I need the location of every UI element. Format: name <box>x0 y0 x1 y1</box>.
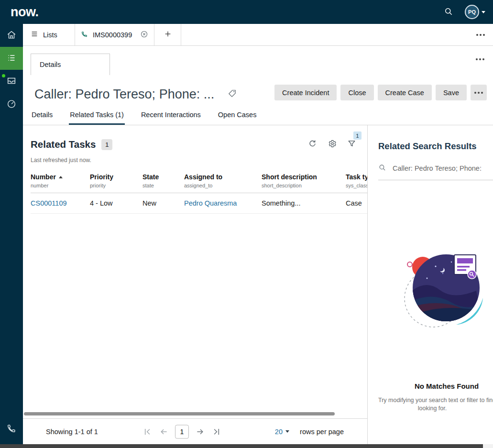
refresh-button[interactable] <box>304 136 320 153</box>
record-actions: Create Incident Close Create Case Save <box>274 85 487 100</box>
next-page-button[interactable] <box>195 426 205 437</box>
showing-text: Showing 1-1 of 1 <box>46 428 98 436</box>
column-header-short-description[interactable]: Short description short_description <box>262 173 346 188</box>
column-header-number[interactable]: Number number <box>31 173 90 188</box>
hamburger-icon <box>31 30 38 39</box>
tab-open-cases[interactable]: Open Cases <box>217 111 258 125</box>
table-footer: Showing 1-1 of 1 1 20 rows per page <box>23 418 367 444</box>
tab-bar-more-button[interactable] <box>468 24 493 45</box>
table-horizontal-scrollbar[interactable] <box>24 412 335 415</box>
last-page-button[interactable] <box>211 426 221 437</box>
related-tasks-section: Related Tasks 1 1 <box>23 125 367 418</box>
task-type-cell: Case <box>346 199 367 207</box>
presence-dot <box>2 74 5 77</box>
no-matches-title: No Matches Found <box>368 382 493 390</box>
chevron-down-icon <box>482 11 485 13</box>
sidebar-item-phone[interactable] <box>0 417 23 440</box>
workspace-tab-bar: Lists IMS0000399 <box>23 24 493 46</box>
tag-icon <box>228 89 237 99</box>
record-header: Details Caller: Pedro Tereso; Phone: ...… <box>23 46 493 125</box>
priority-cell: 4 - Low <box>90 199 142 207</box>
column-header-priority[interactable]: Priority priority <box>90 173 142 188</box>
refresh-icon <box>308 139 317 150</box>
related-tasks-table: Number number Priority priority State st… <box>31 173 367 214</box>
phone-icon <box>6 423 17 435</box>
lists-tab-label: Lists <box>43 31 57 39</box>
record-tab-label: IMS0000399 <box>93 31 132 39</box>
page-horizontal-scrollbar[interactable] <box>0 444 483 448</box>
filter-button[interactable]: 1 <box>343 136 360 153</box>
state-cell: New <box>142 199 184 207</box>
create-case-button[interactable]: Create Case <box>378 85 432 100</box>
filter-count-badge: 1 <box>353 131 362 140</box>
home-icon <box>6 30 17 42</box>
close-tab-button[interactable] <box>140 30 148 40</box>
search-query-text: Caller: Pedro Tereso; Phone: <box>393 164 482 172</box>
sort-asc-icon <box>59 176 63 178</box>
save-button[interactable]: Save <box>436 85 467 100</box>
avatar: PQ <box>465 5 479 19</box>
no-results-illustration <box>397 245 493 328</box>
table-row: CS0001109 4 - Low New Pedro Quaresma Som… <box>31 193 367 214</box>
create-incident-button[interactable]: Create Incident <box>274 85 337 100</box>
column-header-task-type[interactable]: Task ty sys_class <box>346 173 367 188</box>
search-icon <box>444 7 453 18</box>
record-number-link[interactable]: CS0001109 <box>31 199 67 207</box>
rows-per-page-label: rows per page <box>300 428 344 436</box>
sidebar-item-inbox[interactable] <box>0 70 23 93</box>
no-matches-hint: Try modifying your search text or filter… <box>368 396 493 413</box>
page-horizontal-scrollbar-track <box>0 444 493 448</box>
gear-icon <box>328 139 337 150</box>
pagination: 1 <box>142 425 221 438</box>
section-title: Related Tasks <box>31 139 96 150</box>
global-search-button[interactable] <box>444 7 453 18</box>
gauge-icon <box>6 98 17 110</box>
more-horizontal-icon <box>476 58 484 60</box>
servicenow-app: now. PQ <box>0 0 493 448</box>
column-header-assigned-to[interactable]: Assigned to assigned_to <box>184 173 262 188</box>
column-header-state[interactable]: State state <box>142 173 184 188</box>
add-tag-button[interactable] <box>228 89 237 99</box>
tab-details[interactable]: Details <box>31 111 54 125</box>
add-tab-button[interactable] <box>154 24 181 45</box>
last-refreshed-text: Last refreshed just now. <box>31 157 367 164</box>
close-icon <box>140 30 148 40</box>
assigned-to-link[interactable]: Pedro Quaresma <box>184 199 237 207</box>
related-search-title: Related Search Results <box>378 141 493 152</box>
related-search-input[interactable]: Caller: Pedro Tereso; Phone: <box>378 164 493 180</box>
now-logo[interactable]: now. <box>11 5 39 20</box>
top-header-bar: now. PQ <box>0 0 493 24</box>
tab-recent-interactions[interactable]: Recent Interactions <box>140 111 202 125</box>
short-description-cell: Something... <box>262 199 346 207</box>
record-tabs: Details Related Tasks (1) Recent Interac… <box>31 111 273 125</box>
previous-page-button[interactable] <box>159 426 169 437</box>
count-badge: 1 <box>101 139 112 150</box>
list-icon <box>7 53 16 64</box>
panel-more-button[interactable] <box>476 58 484 60</box>
current-page-button[interactable]: 1 <box>175 425 189 438</box>
phone-record-icon <box>81 31 88 39</box>
sidebar-item-lists[interactable] <box>0 47 23 70</box>
search-icon <box>378 164 386 173</box>
left-sidebar <box>0 24 23 448</box>
details-panel-tab[interactable]: Details <box>31 54 110 75</box>
tab-record-ims0000399[interactable]: IMS0000399 <box>75 24 154 45</box>
more-horizontal-icon <box>476 34 485 36</box>
close-button[interactable]: Close <box>340 85 373 100</box>
page-title: Caller: Pedro Tereso; Phone: ... <box>34 87 214 102</box>
sidebar-item-dashboard[interactable] <box>0 93 23 116</box>
tab-related-tasks[interactable]: Related Tasks (1) <box>69 111 125 125</box>
related-search-panel: Related Search Results Caller: Pedro Ter… <box>367 125 493 444</box>
filter-icon <box>347 139 356 150</box>
plus-icon <box>164 30 172 39</box>
list-settings-button[interactable] <box>324 136 340 153</box>
chevron-down-icon <box>285 430 289 433</box>
sidebar-item-home[interactable] <box>0 24 23 47</box>
first-page-button[interactable] <box>142 426 153 437</box>
inbox-icon <box>6 76 17 87</box>
tab-lists[interactable]: Lists <box>23 24 75 45</box>
record-more-button[interactable] <box>471 85 487 100</box>
user-menu-button[interactable]: PQ <box>465 5 485 19</box>
rows-per-page-select[interactable]: 20 <box>275 428 289 436</box>
more-horizontal-icon <box>474 92 483 94</box>
